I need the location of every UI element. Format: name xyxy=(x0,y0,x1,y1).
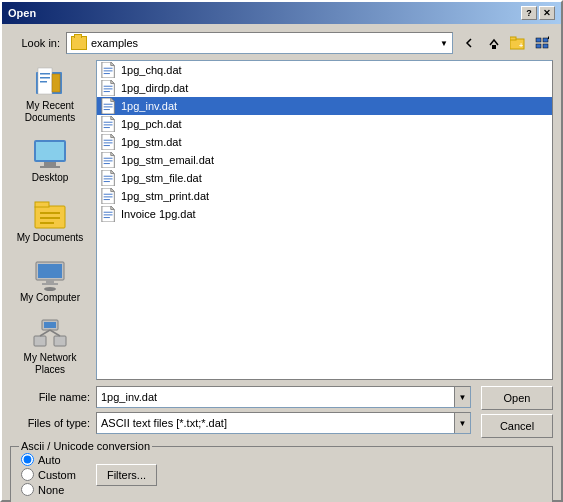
file-item[interactable]: 1pg_pch.dat xyxy=(97,115,552,133)
my-documents-icon xyxy=(32,196,68,232)
field-rows-section: File name: ▼ Files of type: ▼ xyxy=(10,386,471,434)
svg-rect-10 xyxy=(40,73,50,75)
file-icon xyxy=(101,98,117,114)
title-bar: Open ? ✕ xyxy=(2,2,561,24)
svg-line-33 xyxy=(50,330,60,336)
open-dialog: Open ? ✕ Look in: examples ▼ xyxy=(0,0,563,502)
recent-documents-icon xyxy=(32,64,68,100)
sidebar-item-desktop[interactable]: Desktop xyxy=(12,132,88,188)
svg-rect-11 xyxy=(40,77,50,79)
desktop-icon xyxy=(32,136,68,172)
custom-radio[interactable] xyxy=(21,468,34,481)
svg-marker-40 xyxy=(111,80,115,84)
file-name: 1pg_stm_file.dat xyxy=(121,172,202,184)
file-item[interactable]: 1pg_stm.dat xyxy=(97,133,552,151)
title-bar-buttons: ? ✕ xyxy=(521,6,555,20)
file-icon xyxy=(101,80,117,96)
back-button[interactable] xyxy=(459,32,481,54)
sidebar-item-recent[interactable]: My Recent Documents xyxy=(12,60,88,128)
file-icon xyxy=(101,206,117,222)
svg-rect-16 xyxy=(44,162,56,166)
svg-marker-75 xyxy=(111,206,115,210)
sidebar-item-network[interactable]: My Network Places xyxy=(12,312,88,380)
file-item[interactable]: 1pg_stm_print.dat xyxy=(97,187,552,205)
none-label: None xyxy=(38,484,64,496)
radio-row-none: None xyxy=(21,483,76,496)
files-of-type-combo-arrow[interactable]: ▼ xyxy=(454,413,470,433)
svg-rect-17 xyxy=(40,166,60,168)
file-name-combo[interactable]: ▼ xyxy=(96,386,471,408)
close-button[interactable]: ✕ xyxy=(539,6,555,20)
file-icon xyxy=(101,188,117,204)
file-name: 1pg_stm.dat xyxy=(121,136,182,148)
svg-line-32 xyxy=(40,330,50,336)
files-of-type-input[interactable] xyxy=(97,413,454,433)
file-item[interactable]: 1pg_dirdp.dat xyxy=(97,79,552,97)
sidebar-item-computer[interactable]: My Computer xyxy=(12,252,88,308)
svg-rect-6 xyxy=(536,44,541,48)
svg-rect-29 xyxy=(44,322,56,328)
up-button[interactable] xyxy=(483,32,505,54)
file-name: 1pg_inv.dat xyxy=(121,100,177,112)
svg-marker-60 xyxy=(111,152,115,156)
svg-rect-19 xyxy=(35,202,49,207)
file-item[interactable]: 1pg_inv.dat xyxy=(97,97,552,115)
svg-marker-50 xyxy=(111,116,115,120)
ascii-section: Ascii / Unicode conversion Auto Custom N… xyxy=(10,446,553,502)
views-button[interactable] xyxy=(531,32,553,54)
file-icon xyxy=(101,62,117,78)
custom-label: Custom xyxy=(38,469,76,481)
file-icon xyxy=(101,116,117,132)
file-name: Invoice 1pg.dat xyxy=(121,208,196,220)
toolbar-buttons: + xyxy=(459,32,553,54)
svg-rect-20 xyxy=(40,212,60,214)
svg-rect-0 xyxy=(492,45,496,49)
open-button[interactable]: Open xyxy=(481,386,553,410)
sidebar-item-documents[interactable]: My Documents xyxy=(12,192,88,248)
file-name-input[interactable] xyxy=(97,387,454,407)
svg-marker-70 xyxy=(111,188,115,192)
auto-label: Auto xyxy=(38,454,61,466)
bottom-section: File name: ▼ Files of type: ▼ xyxy=(10,386,553,438)
svg-rect-2 xyxy=(510,37,516,40)
sidebar-label-recent: My Recent Documents xyxy=(14,100,86,124)
ascii-legend: Ascii / Unicode conversion xyxy=(19,440,152,452)
files-of-type-combo[interactable]: ▼ xyxy=(96,412,471,434)
svg-rect-22 xyxy=(40,222,54,224)
file-item[interactable]: 1pg_chq.dat xyxy=(97,61,552,79)
svg-point-27 xyxy=(44,287,56,291)
sidebar: My Recent Documents Desktop xyxy=(10,60,90,380)
action-buttons: Open Cancel xyxy=(481,386,553,438)
sidebar-label-computer: My Computer xyxy=(20,292,80,304)
svg-rect-7 xyxy=(543,44,548,48)
file-name-combo-arrow[interactable]: ▼ xyxy=(454,387,470,407)
create-folder-button[interactable]: + xyxy=(507,32,529,54)
cancel-button[interactable]: Cancel xyxy=(481,414,553,438)
svg-rect-5 xyxy=(543,38,548,42)
svg-rect-21 xyxy=(40,217,60,219)
svg-rect-4 xyxy=(536,38,541,42)
file-item[interactable]: 1pg_stm_file.dat xyxy=(97,169,552,187)
svg-rect-12 xyxy=(40,81,47,83)
file-name-row: File name: ▼ xyxy=(10,386,471,408)
help-button[interactable]: ? xyxy=(521,6,537,20)
look-in-row: Look in: examples ▼ xyxy=(10,32,553,54)
auto-radio[interactable] xyxy=(21,453,34,466)
none-radio[interactable] xyxy=(21,483,34,496)
filters-button[interactable]: Filters... xyxy=(96,464,157,486)
svg-marker-55 xyxy=(111,134,115,138)
look-in-combo[interactable]: examples ▼ xyxy=(66,32,453,54)
svg-marker-65 xyxy=(111,170,115,174)
sidebar-label-desktop: Desktop xyxy=(32,172,69,184)
look-in-value: examples xyxy=(91,37,436,49)
file-list[interactable]: 1pg_chq.dat 1pg_dirdp.dat 1pg_inv.dat 1p… xyxy=(96,60,553,380)
my-computer-icon xyxy=(32,256,68,292)
back-icon xyxy=(463,36,477,50)
file-name: 1pg_pch.dat xyxy=(121,118,182,130)
my-network-places-icon xyxy=(32,316,68,352)
file-name: 1pg_chq.dat xyxy=(121,64,182,76)
file-item[interactable]: Invoice 1pg.dat xyxy=(97,205,552,223)
radio-row-custom: Custom xyxy=(21,468,76,481)
file-item[interactable]: 1pg_stm_email.dat xyxy=(97,151,552,169)
svg-rect-15 xyxy=(36,142,64,160)
